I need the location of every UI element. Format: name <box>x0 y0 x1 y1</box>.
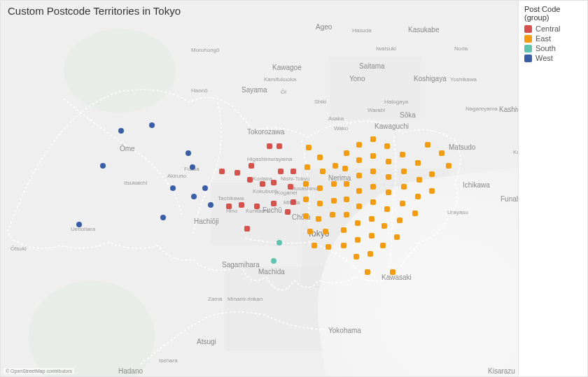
data-point-east[interactable] <box>394 234 400 240</box>
data-point-central[interactable] <box>234 170 240 176</box>
data-point-east[interactable] <box>332 163 338 169</box>
data-point-east[interactable] <box>370 169 376 174</box>
data-point-east[interactable] <box>370 153 376 159</box>
legend-item-west[interactable]: West <box>524 54 582 62</box>
data-point-east[interactable] <box>320 169 326 174</box>
data-point-central[interactable] <box>260 181 265 187</box>
data-point-east[interactable] <box>439 150 444 156</box>
data-point-central[interactable] <box>276 143 282 149</box>
data-point-central[interactable] <box>290 169 296 174</box>
data-point-east[interactable] <box>341 227 346 233</box>
map-area[interactable]: Custom Postcode Territories in Tokyo <box>1 1 519 376</box>
legend-item-central[interactable]: Central <box>524 24 582 33</box>
data-point-east[interactable] <box>370 184 376 190</box>
data-point-east[interactable] <box>316 216 321 222</box>
data-point-central[interactable] <box>278 169 284 174</box>
data-point-east[interactable] <box>304 164 310 170</box>
data-point-east[interactable] <box>317 201 323 206</box>
data-point-east[interactable] <box>416 177 422 183</box>
data-point-south[interactable] <box>271 258 276 264</box>
data-point-east[interactable] <box>303 181 309 187</box>
data-point-central[interactable] <box>219 169 225 174</box>
data-point-east[interactable] <box>368 251 373 257</box>
data-point-east[interactable] <box>303 197 309 202</box>
data-point-east[interactable] <box>356 173 362 178</box>
data-point-east[interactable] <box>330 212 335 218</box>
data-point-east[interactable] <box>384 143 390 149</box>
data-point-west[interactable] <box>118 128 124 134</box>
data-point-east[interactable] <box>355 220 360 226</box>
data-point-east[interactable] <box>369 216 374 222</box>
data-point-central[interactable] <box>285 209 290 215</box>
data-point-central[interactable] <box>247 177 253 183</box>
data-point-east[interactable] <box>390 269 396 275</box>
data-point-east[interactable] <box>354 254 359 259</box>
data-point-east[interactable] <box>400 201 405 206</box>
data-point-east[interactable] <box>380 243 386 248</box>
data-point-east[interactable] <box>384 206 390 212</box>
data-point-west[interactable] <box>170 185 176 191</box>
data-point-east[interactable] <box>312 243 317 248</box>
data-point-east[interactable] <box>331 198 337 204</box>
data-point-west[interactable] <box>149 122 155 128</box>
data-point-east[interactable] <box>344 212 349 218</box>
data-point-east[interactable] <box>446 163 451 169</box>
data-point-east[interactable] <box>425 142 430 148</box>
data-point-west[interactable] <box>76 222 82 227</box>
data-point-central[interactable] <box>254 204 260 209</box>
data-point-east[interactable] <box>365 269 370 275</box>
data-point-central[interactable] <box>226 204 232 209</box>
data-point-east[interactable] <box>382 223 387 229</box>
data-point-east[interactable] <box>331 181 337 187</box>
data-point-central[interactable] <box>248 163 254 169</box>
data-point-east[interactable] <box>356 188 362 194</box>
data-point-east[interactable] <box>355 237 360 243</box>
data-point-central[interactable] <box>239 202 244 208</box>
data-point-east[interactable] <box>400 152 405 157</box>
data-point-east[interactable] <box>401 184 407 190</box>
data-point-east[interactable] <box>397 218 402 223</box>
data-point-west[interactable] <box>190 164 195 170</box>
data-point-east[interactable] <box>415 160 421 166</box>
data-point-east[interactable] <box>356 142 362 148</box>
data-point-east[interactable] <box>344 150 349 156</box>
legend-item-east[interactable]: East <box>524 34 582 43</box>
data-point-east[interactable] <box>342 166 348 171</box>
data-point-east[interactable] <box>344 197 349 202</box>
data-point-east[interactable] <box>369 233 374 239</box>
data-point-west[interactable] <box>208 202 214 208</box>
data-point-east[interactable] <box>386 159 391 164</box>
legend-item-south[interactable]: South <box>524 44 582 52</box>
data-point-east[interactable] <box>344 181 349 187</box>
data-point-west[interactable] <box>191 194 197 199</box>
data-point-east[interactable] <box>429 171 435 177</box>
data-point-east[interactable] <box>412 211 418 216</box>
data-point-east[interactable] <box>303 213 309 219</box>
data-point-west[interactable] <box>202 185 208 191</box>
data-point-central[interactable] <box>267 143 272 149</box>
data-point-east[interactable] <box>401 169 407 174</box>
data-point-east[interactable] <box>386 190 391 195</box>
data-point-east[interactable] <box>429 188 435 194</box>
data-point-east[interactable] <box>370 199 376 205</box>
data-point-east[interactable] <box>370 136 376 142</box>
data-point-east[interactable] <box>317 185 323 191</box>
data-point-east[interactable] <box>341 243 346 248</box>
data-point-east[interactable] <box>326 244 331 250</box>
data-point-west[interactable] <box>100 163 106 169</box>
data-point-west[interactable] <box>186 150 191 156</box>
data-point-east[interactable] <box>356 157 362 163</box>
data-point-central[interactable] <box>244 226 250 232</box>
data-point-east[interactable] <box>415 194 421 199</box>
data-point-central[interactable] <box>290 199 296 205</box>
data-point-east[interactable] <box>317 155 323 160</box>
data-point-west[interactable] <box>160 215 166 220</box>
data-point-east[interactable] <box>306 145 312 150</box>
data-point-east[interactable] <box>307 229 313 234</box>
data-point-south[interactable] <box>276 240 282 246</box>
data-point-central[interactable] <box>271 180 276 185</box>
data-point-east[interactable] <box>323 229 328 234</box>
data-point-east[interactable] <box>356 204 362 209</box>
data-point-central[interactable] <box>288 184 293 190</box>
data-point-central[interactable] <box>271 201 276 206</box>
